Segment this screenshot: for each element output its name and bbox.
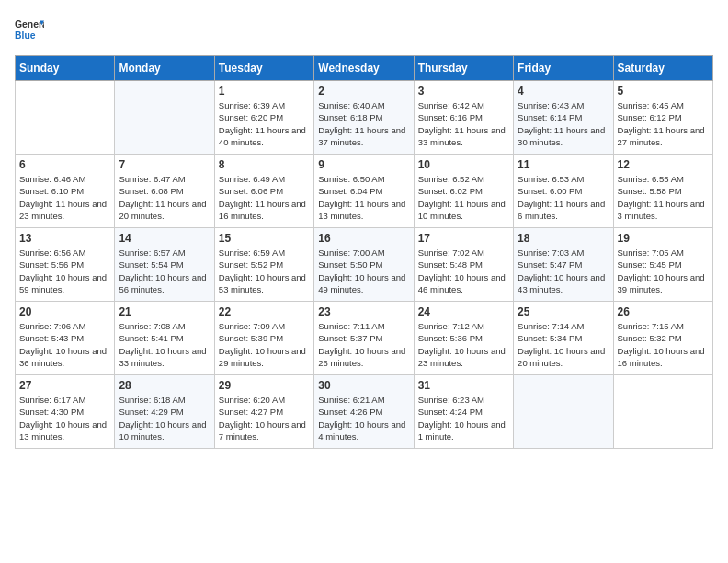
calendar-cell: 18Sunrise: 7:03 AM Sunset: 5:47 PM Dayli… xyxy=(514,228,613,302)
calendar-cell: 27Sunrise: 6:17 AM Sunset: 4:30 PM Dayli… xyxy=(16,375,115,449)
day-info: Sunrise: 6:50 AM Sunset: 6:04 PM Dayligh… xyxy=(318,173,409,222)
day-info: Sunrise: 6:23 AM Sunset: 4:24 PM Dayligh… xyxy=(418,394,509,442)
day-number: 6 xyxy=(19,158,110,171)
day-info: Sunrise: 6:17 AM Sunset: 4:30 PM Dayligh… xyxy=(19,394,110,442)
day-info: Sunrise: 6:49 AM Sunset: 6:06 PM Dayligh… xyxy=(219,173,310,222)
day-number: 1 xyxy=(219,85,310,98)
calendar-cell: 24Sunrise: 7:12 AM Sunset: 5:36 PM Dayli… xyxy=(414,302,513,375)
calendar-cell: 2Sunrise: 6:40 AM Sunset: 6:18 PM Daylig… xyxy=(314,81,414,155)
day-number: 9 xyxy=(318,158,409,171)
day-info: Sunrise: 6:53 AM Sunset: 6:00 PM Dayligh… xyxy=(518,173,609,222)
calendar-cell xyxy=(115,81,214,155)
calendar-cell: 3Sunrise: 6:42 AM Sunset: 6:16 PM Daylig… xyxy=(414,81,513,155)
day-number: 20 xyxy=(19,305,110,318)
svg-text:Blue: Blue xyxy=(15,30,36,40)
day-info: Sunrise: 6:18 AM Sunset: 4:29 PM Dayligh… xyxy=(119,394,210,442)
calendar-cell: 20Sunrise: 7:06 AM Sunset: 5:43 PM Dayli… xyxy=(16,302,115,375)
day-number: 23 xyxy=(318,305,409,318)
calendar-cell: 1Sunrise: 6:39 AM Sunset: 6:20 PM Daylig… xyxy=(214,81,313,155)
weekday-header-sunday: Sunday xyxy=(16,56,115,81)
page-header: General Blue xyxy=(15,15,713,44)
weekday-header-tuesday: Tuesday xyxy=(214,56,313,81)
day-info: Sunrise: 7:15 AM Sunset: 5:32 PM Dayligh… xyxy=(618,320,709,369)
calendar-cell: 9Sunrise: 6:50 AM Sunset: 6:04 PM Daylig… xyxy=(314,155,414,228)
day-number: 21 xyxy=(119,305,210,318)
calendar-cell: 5Sunrise: 6:45 AM Sunset: 6:12 PM Daylig… xyxy=(613,81,712,155)
calendar-cell: 15Sunrise: 6:59 AM Sunset: 5:52 PM Dayli… xyxy=(214,228,313,302)
day-number: 30 xyxy=(318,379,409,392)
day-number: 31 xyxy=(418,379,509,392)
day-number: 11 xyxy=(518,158,609,171)
day-number: 5 xyxy=(618,85,709,98)
day-info: Sunrise: 6:47 AM Sunset: 6:08 PM Dayligh… xyxy=(119,173,210,222)
day-number: 8 xyxy=(219,158,310,171)
day-info: Sunrise: 6:39 AM Sunset: 6:20 PM Dayligh… xyxy=(219,99,310,148)
day-number: 12 xyxy=(618,158,709,171)
day-info: Sunrise: 7:11 AM Sunset: 5:37 PM Dayligh… xyxy=(318,320,409,369)
day-info: Sunrise: 6:56 AM Sunset: 5:56 PM Dayligh… xyxy=(19,247,110,295)
calendar-week-0: 1Sunrise: 6:39 AM Sunset: 6:20 PM Daylig… xyxy=(16,81,713,155)
day-info: Sunrise: 6:40 AM Sunset: 6:18 PM Dayligh… xyxy=(318,99,409,148)
calendar-cell: 14Sunrise: 6:57 AM Sunset: 5:54 PM Dayli… xyxy=(115,228,214,302)
day-number: 18 xyxy=(518,232,609,245)
day-info: Sunrise: 6:42 AM Sunset: 6:16 PM Dayligh… xyxy=(418,99,509,148)
day-info: Sunrise: 6:45 AM Sunset: 6:12 PM Dayligh… xyxy=(618,99,709,148)
weekday-header-thursday: Thursday xyxy=(414,56,513,81)
calendar-table: SundayMondayTuesdayWednesdayThursdayFrid… xyxy=(15,55,713,449)
day-number: 25 xyxy=(518,305,609,318)
calendar-cell: 29Sunrise: 6:20 AM Sunset: 4:27 PM Dayli… xyxy=(214,375,313,449)
day-info: Sunrise: 7:14 AM Sunset: 5:34 PM Dayligh… xyxy=(518,320,609,369)
calendar-cell xyxy=(16,81,115,155)
calendar-cell: 11Sunrise: 6:53 AM Sunset: 6:00 PM Dayli… xyxy=(514,155,613,228)
day-number: 4 xyxy=(518,85,609,98)
day-info: Sunrise: 6:21 AM Sunset: 4:26 PM Dayligh… xyxy=(318,394,409,442)
day-info: Sunrise: 6:59 AM Sunset: 5:52 PM Dayligh… xyxy=(219,247,310,295)
day-number: 7 xyxy=(119,158,210,171)
calendar-cell: 10Sunrise: 6:52 AM Sunset: 6:02 PM Dayli… xyxy=(414,155,513,228)
logo-icon: General Blue xyxy=(15,15,44,44)
day-info: Sunrise: 7:03 AM Sunset: 5:47 PM Dayligh… xyxy=(518,247,609,295)
day-number: 24 xyxy=(418,305,509,318)
day-number: 13 xyxy=(19,232,110,245)
calendar-cell: 30Sunrise: 6:21 AM Sunset: 4:26 PM Dayli… xyxy=(314,375,414,449)
calendar-cell: 7Sunrise: 6:47 AM Sunset: 6:08 PM Daylig… xyxy=(115,155,214,228)
day-info: Sunrise: 6:43 AM Sunset: 6:14 PM Dayligh… xyxy=(518,99,609,148)
day-info: Sunrise: 7:06 AM Sunset: 5:43 PM Dayligh… xyxy=(19,320,110,369)
day-info: Sunrise: 7:02 AM Sunset: 5:48 PM Dayligh… xyxy=(418,247,509,295)
weekday-header-saturday: Saturday xyxy=(613,56,712,81)
calendar-cell: 13Sunrise: 6:56 AM Sunset: 5:56 PM Dayli… xyxy=(16,228,115,302)
day-info: Sunrise: 7:05 AM Sunset: 5:45 PM Dayligh… xyxy=(618,247,709,295)
day-info: Sunrise: 7:12 AM Sunset: 5:36 PM Dayligh… xyxy=(418,320,509,369)
day-number: 27 xyxy=(19,379,110,392)
calendar-cell: 8Sunrise: 6:49 AM Sunset: 6:06 PM Daylig… xyxy=(214,155,313,228)
calendar-cell: 4Sunrise: 6:43 AM Sunset: 6:14 PM Daylig… xyxy=(514,81,613,155)
day-info: Sunrise: 6:46 AM Sunset: 6:10 PM Dayligh… xyxy=(19,173,110,222)
day-number: 3 xyxy=(418,85,509,98)
calendar-cell: 6Sunrise: 6:46 AM Sunset: 6:10 PM Daylig… xyxy=(16,155,115,228)
day-number: 16 xyxy=(318,232,409,245)
svg-text:General: General xyxy=(15,19,44,29)
day-info: Sunrise: 7:09 AM Sunset: 5:39 PM Dayligh… xyxy=(219,320,310,369)
calendar-cell: 19Sunrise: 7:05 AM Sunset: 5:45 PM Dayli… xyxy=(613,228,712,302)
calendar-week-1: 6Sunrise: 6:46 AM Sunset: 6:10 PM Daylig… xyxy=(16,155,713,228)
day-number: 14 xyxy=(119,232,210,245)
day-number: 15 xyxy=(219,232,310,245)
day-number: 22 xyxy=(219,305,310,318)
calendar-cell xyxy=(613,375,712,449)
calendar-cell: 12Sunrise: 6:55 AM Sunset: 5:58 PM Dayli… xyxy=(613,155,712,228)
day-number: 26 xyxy=(618,305,709,318)
calendar-cell xyxy=(514,375,613,449)
calendar-cell: 26Sunrise: 7:15 AM Sunset: 5:32 PM Dayli… xyxy=(613,302,712,375)
weekday-header-friday: Friday xyxy=(514,56,613,81)
calendar-cell: 28Sunrise: 6:18 AM Sunset: 4:29 PM Dayli… xyxy=(115,375,214,449)
day-info: Sunrise: 7:00 AM Sunset: 5:50 PM Dayligh… xyxy=(318,247,409,295)
day-info: Sunrise: 6:52 AM Sunset: 6:02 PM Dayligh… xyxy=(418,173,509,222)
day-number: 17 xyxy=(418,232,509,245)
day-number: 2 xyxy=(318,85,409,98)
day-info: Sunrise: 6:55 AM Sunset: 5:58 PM Dayligh… xyxy=(618,173,709,222)
weekday-header-wednesday: Wednesday xyxy=(314,56,414,81)
calendar-cell: 16Sunrise: 7:00 AM Sunset: 5:50 PM Dayli… xyxy=(314,228,414,302)
calendar-week-2: 13Sunrise: 6:56 AM Sunset: 5:56 PM Dayli… xyxy=(16,228,713,302)
calendar-cell: 22Sunrise: 7:09 AM Sunset: 5:39 PM Dayli… xyxy=(214,302,313,375)
logo: General Blue xyxy=(15,15,44,44)
